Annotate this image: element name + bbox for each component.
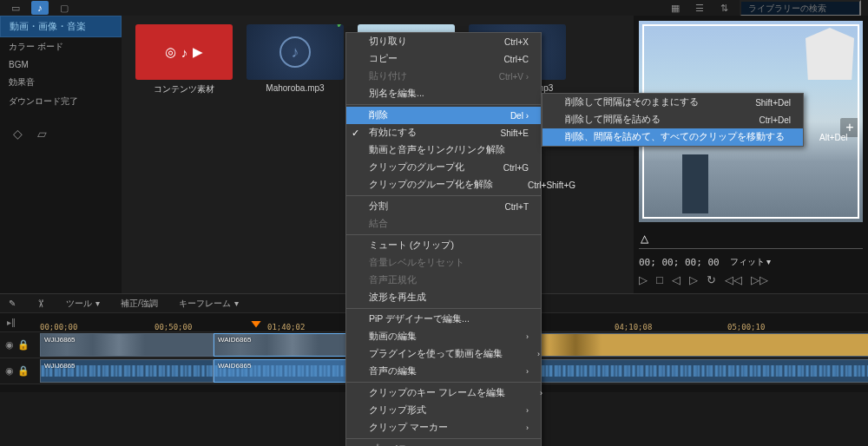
menu-item[interactable]: 分割Ctrl+T (346, 198, 541, 215)
menu-item: 貼り付けCtrl+V › (346, 68, 541, 85)
keyframe-dropdown[interactable]: キーフレーム ▾ (179, 298, 239, 310)
video-clip[interactable]: WJIJ6865 (40, 333, 214, 357)
lock-icon[interactable]: 🔒 (17, 365, 30, 377)
music-note-icon: ♪ (279, 36, 311, 68)
audio-clip[interactable]: WJIJ6865 (40, 359, 214, 383)
submenu-arrow-icon: › (491, 406, 529, 415)
goto-start-icon[interactable]: ▸‖ (7, 318, 16, 327)
menu-item[interactable]: コピーCtrl+C (346, 50, 541, 68)
menu-item[interactable]: 削除Del › (346, 107, 541, 124)
menu-item[interactable]: 削除して間隔はそのままにするShift+Del (542, 94, 803, 111)
menu-item[interactable]: 動画と音声をリンク/リンク解除 (346, 141, 541, 159)
context-menu-delete-sub: 削除して間隔はそのままにするShift+Del削除して間隔を詰めるCtrl+De… (542, 93, 804, 147)
menu-item[interactable]: 音声の編集› (346, 363, 541, 380)
menu-item[interactable]: 別名を編集... (346, 85, 541, 102)
menu-item-label: クリップのキー フレームを編集 (369, 387, 505, 399)
play-button[interactable]: ▷ (639, 273, 648, 286)
ruler-timestamp: 05;00;10 (727, 323, 765, 331)
menu-shortcut: Del › (476, 111, 529, 121)
submenu-arrow-icon: › (491, 423, 529, 432)
edit-tool-icon[interactable]: ✎ (9, 298, 16, 308)
rewind-button[interactable]: ◁◁ (725, 273, 742, 286)
asset-thumb: ♪✓ (247, 24, 344, 80)
cut-tool-icon[interactable]: ✂ (35, 299, 47, 308)
menu-item[interactable]: クリップのキー フレームを編集› (346, 384, 541, 402)
menu-item[interactable]: プロパティー (346, 441, 541, 446)
audio-clip[interactable]: WAID6865 (214, 359, 366, 383)
menu-item-label: 削除して間隔はそのままにする (565, 96, 699, 108)
menu-item[interactable]: 切り取りCtrl+X (346, 33, 541, 50)
tab-image-icon[interactable]: ▢ (56, 1, 73, 15)
menu-shortcut: Ctrl+V › (464, 72, 529, 82)
view-grid-icon[interactable]: ▦ (667, 1, 684, 15)
menu-item[interactable]: クリップのグループ化を解除Ctrl+Shift+G (346, 176, 541, 193)
menu-item-label: プラグインを使って動画を編集 (369, 348, 503, 360)
menu-item[interactable]: 削除、間隔を詰めて、すべてのクリップを移動するAlt+Del (542, 128, 803, 146)
sidebar-item-downloads[interactable]: ダウンロード完了 (0, 92, 122, 111)
menu-shortcut: Shift+E (465, 128, 529, 138)
prev-frame-button[interactable]: ◁ (672, 273, 681, 286)
preview-fit-dropdown[interactable]: フィット ▾ (730, 256, 772, 268)
tool-dropdown[interactable]: ツール ▾ (66, 298, 100, 310)
menu-item-label: コピー (369, 53, 398, 65)
menu-item-label: 削除 (369, 109, 388, 121)
stop-button[interactable]: □ (656, 273, 663, 286)
submenu-arrow-icon: › (503, 350, 540, 358)
search-input[interactable] (740, 0, 861, 16)
menu-item[interactable]: ミュート (クリップ) (346, 237, 541, 254)
next-frame-button[interactable]: ▷ (689, 273, 698, 286)
asset-label: コンテンツ素材 (154, 83, 214, 95)
loop-button[interactable]: ↻ (707, 273, 716, 286)
sidebar-item-sfx[interactable]: 効果音 (0, 73, 122, 92)
menu-shortcut: Ctrl+C (469, 55, 529, 64)
menu-item-label: 動画の編集 (369, 331, 417, 343)
asset-item[interactable]: ◎♪▶コンテンツ素材 (135, 24, 233, 95)
view-list-icon[interactable]: ☰ (691, 1, 708, 15)
clip-label: WJIJ6865 (44, 336, 76, 344)
tab-media-icon[interactable]: ♪ (31, 1, 49, 15)
sort-icon[interactable]: ⇅ (715, 1, 733, 15)
asset-item[interactable]: ♪✓Mahoroba.mp3 (247, 24, 344, 95)
menu-item-label: クリップのグループ化を解除 (369, 179, 493, 191)
timeline-marker-icon[interactable]: △ (641, 233, 863, 245)
menu-item-label: 別名を編集... (369, 88, 424, 100)
clip-label: WAID6865 (218, 362, 251, 370)
menu-item: 結合 (346, 215, 541, 233)
menu-item: 音量レベルをリセット (346, 254, 541, 272)
menu-item[interactable]: 波形を再生成 (346, 289, 541, 306)
sidebar-item-bgm[interactable]: BGM (0, 56, 122, 73)
menu-item-label: 貼り付け (369, 70, 407, 82)
menu-item-label: 切り取り (369, 36, 407, 48)
video-clip[interactable] (523, 333, 868, 357)
menu-item[interactable]: プラグインを使って動画を編集› (346, 345, 541, 363)
folder-icon[interactable]: ▱ (33, 125, 50, 142)
forward-button[interactable]: ▷▷ (751, 273, 768, 286)
menu-item[interactable]: PiP デザイナーで編集... (346, 311, 541, 328)
menu-item[interactable]: クリップ マーカー› (346, 419, 541, 436)
sidebar-category[interactable]: 動画・画像・音楽 (0, 16, 122, 37)
correction-dropdown[interactable]: 補正/強調 (121, 298, 158, 310)
tag-icon[interactable]: ◇ (9, 125, 26, 142)
menu-item[interactable]: クリップのグループ化Ctrl+G (346, 159, 541, 176)
video-clip[interactable]: WAID6865 (214, 333, 366, 357)
menu-item[interactable]: ✓有効にするShift+E (346, 124, 541, 141)
menu-item-label: 結合 (369, 218, 388, 230)
lock-icon[interactable]: 🔒 (17, 339, 30, 351)
preview-panel: + △ 00; 00; 00; 00 フィット ▾ ▷ □ ◁ ▷ ↻ ◁◁ ▷… (634, 16, 868, 293)
menu-item-label: 分割 (369, 200, 388, 213)
ruler-timestamp: 04;10;08 (615, 323, 652, 331)
menu-item[interactable]: クリップ形式› (346, 402, 541, 419)
tab-video-icon[interactable]: ▭ (7, 1, 24, 15)
sidebar-item-colorboard[interactable]: カラー ボード (0, 37, 122, 56)
clip-label: WJIJ6865 (44, 362, 76, 370)
visibility-icon[interactable]: ◉ (5, 365, 14, 377)
preview-timecode[interactable]: 00; 00; 00; 00 (639, 257, 720, 268)
menu-item-label: 音量レベルをリセット (369, 257, 464, 269)
menu-item-label: クリップのグループ化 (369, 161, 464, 174)
menu-item[interactable]: 削除して間隔を詰めるCtrl+Del (542, 111, 803, 128)
visibility-icon[interactable]: ◉ (5, 339, 14, 351)
menu-shortcut: Shift+Del (720, 98, 791, 108)
menu-item-label: 削除、間隔を詰めて、すべてのクリップを移動する (565, 131, 785, 143)
menu-shortcut: Ctrl+T (470, 202, 529, 212)
menu-item[interactable]: 動画の編集› (346, 328, 541, 345)
